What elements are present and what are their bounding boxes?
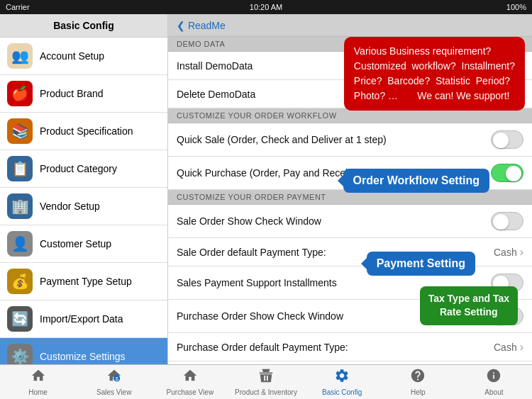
order-workflow-callout: Order Workflow Setting: [343, 169, 489, 193]
quick-purchase-toggle[interactable]: [491, 164, 523, 182]
sidebar-item-product-category[interactable]: 📋 Product Category: [0, 150, 167, 188]
tax-setting-callout: Tax Type and TaxRate Setting: [420, 286, 518, 325]
tab-purchase-view[interactable]: Purchase View: [152, 365, 228, 399]
help-tab-icon: [410, 368, 426, 387]
row-sale-check-window[interactable]: Sale Order Show Check Window: [168, 205, 532, 238]
section-header-customize-order-workflow: CUSTOMIZE YOUR ORDER WORKFLOW: [168, 108, 532, 123]
import-export-data-icon: 🔄: [7, 306, 33, 332]
sidebar-item-customer-setup[interactable]: 👤 Customer Setup: [0, 225, 167, 263]
battery: 100%: [506, 3, 526, 11]
purchase-check-window-label: Purchase Order Show Check Window: [177, 310, 343, 322]
app-container: Basic Config 👥 Account Setup 🍎 Product B…: [0, 14, 532, 399]
carrier: Carrier: [6, 3, 30, 11]
product-specification-label: Product Specification: [40, 125, 133, 137]
sidebar-item-payment-type-setup[interactable]: 💰 Payment Type Setup: [0, 263, 167, 300]
sidebar-item-vendor-setup[interactable]: 🏢 Vendor Setup: [0, 188, 167, 225]
sale-payment-type-chevron: ›: [520, 246, 523, 259]
tab-basic-config[interactable]: Basic Config: [304, 365, 380, 399]
customer-setup-icon: 👤: [7, 231, 33, 257]
row-quick-sale[interactable]: Quick Sale (Order, Check and Deliver at …: [168, 123, 532, 157]
sidebar-title: Basic Config: [0, 14, 167, 38]
payment-type-setup-icon: 💰: [7, 269, 33, 294]
vendor-setup-label: Vendor Setup: [40, 201, 100, 212]
sale-check-window-label: Sale Order Show Check Window: [177, 215, 321, 227]
sale-payment-type-label: Sale Order default Payment Type:: [177, 247, 326, 258]
payment-type-setup-label: Payment Type Setup: [40, 276, 132, 287]
sales-payment-installments-label: Sales Payment Support Installments: [177, 277, 337, 288]
help-tab-label: Help: [411, 388, 426, 396]
customer-setup-label: Customer Setup: [40, 238, 111, 249]
product-category-label: Product Category: [40, 163, 117, 174]
sidebar-item-import-export-data[interactable]: 🔄 Import/Export Data: [0, 300, 167, 338]
red-callout: Various Business requirement? Customized…: [344, 37, 525, 111]
install-demo-label: Install DemoData: [177, 60, 253, 72]
row-purchase-payment-installments[interactable]: Purchase Payment Support Installments: [168, 361, 532, 364]
home-tab-label: Home: [28, 388, 48, 396]
quick-sale-toggle[interactable]: [491, 130, 523, 149]
right-panel[interactable]: ❮ ReadMe Various Business requirement? C…: [168, 14, 532, 364]
sidebar-item-product-brand[interactable]: 🍎 Product Brand: [0, 75, 167, 113]
import-export-data-label: Import/Export Data: [40, 313, 123, 325]
purchase-payment-type-value: Cash›: [494, 341, 523, 354]
product-inventory-tab-label: Product & Inventory: [235, 388, 297, 396]
purchase-payment-type-label: Purchase Order default Payment Type:: [177, 342, 348, 353]
product-brand-label: Product Brand: [40, 88, 104, 99]
top-bar: ❮ ReadMe: [168, 14, 532, 37]
vendor-setup-icon: 🏢: [7, 193, 33, 219]
account-setup-icon: 👥: [7, 43, 33, 69]
sidebar-item-product-specification[interactable]: 📚 Product Specification: [0, 113, 167, 150]
tab-bar: Home $ Sales View Purchase View Product …: [0, 364, 532, 399]
delete-demo-label: Delete DemoData: [177, 89, 255, 100]
back-button[interactable]: ❮ ReadMe: [177, 20, 226, 31]
sale-check-window-toggle[interactable]: [491, 212, 523, 230]
customize-settings-icon: ⚙️: [7, 344, 33, 364]
payment-setting-callout: Payment Setting: [367, 252, 475, 276]
sale-payment-type-value: Cash›: [494, 246, 523, 259]
status-bar: Carrier 10:20 AM 100%: [0, 0, 532, 14]
row-sale-payment-type[interactable]: Sale Order default Payment Type:Cash›: [168, 238, 532, 266]
product-category-icon: 📋: [7, 156, 33, 181]
tab-about[interactable]: About: [456, 365, 532, 399]
purchase-view-tab-label: Purchase View: [167, 388, 214, 396]
sidebar: Basic Config 👥 Account Setup 🍎 Product B…: [0, 14, 168, 364]
product-specification-icon: 📚: [7, 118, 33, 144]
tab-sales-view[interactable]: $ Sales View: [76, 365, 152, 399]
purchase-view-tab-icon: [182, 368, 198, 387]
about-tab-label: About: [484, 388, 503, 396]
sales-view-tab-label: Sales View: [96, 388, 131, 396]
row-purchase-payment-type[interactable]: Purchase Order default Payment Type:Cash…: [168, 333, 532, 361]
sales-view-tab-icon: $: [106, 368, 122, 387]
home-tab-icon: [31, 368, 46, 387]
sidebar-item-account-setup[interactable]: 👥 Account Setup: [0, 38, 167, 75]
sidebar-item-customize-settings[interactable]: ⚙️ Customize Settings: [0, 338, 167, 364]
basic-config-tab-label: Basic Config: [322, 388, 362, 396]
account-setup-label: Account Setup: [40, 50, 104, 62]
quick-sale-label: Quick Sale (Order, Check and Deliver at …: [177, 134, 387, 145]
customize-settings-label: Customize Settings: [40, 351, 126, 362]
time: 10:20 AM: [250, 3, 282, 11]
purchase-payment-type-chevron: ›: [520, 341, 523, 354]
main-content: Basic Config 👥 Account Setup 🍎 Product B…: [0, 14, 532, 364]
product-brand-icon: 🍎: [7, 81, 33, 106]
tab-home[interactable]: Home: [0, 365, 76, 399]
tab-help[interactable]: Help: [380, 365, 456, 399]
product-inventory-tab-icon: [258, 368, 274, 387]
svg-text:$: $: [115, 376, 118, 382]
tab-product-inventory[interactable]: Product & Inventory: [228, 365, 304, 399]
about-tab-icon: [486, 368, 501, 387]
basic-config-tab-icon: [334, 368, 350, 387]
